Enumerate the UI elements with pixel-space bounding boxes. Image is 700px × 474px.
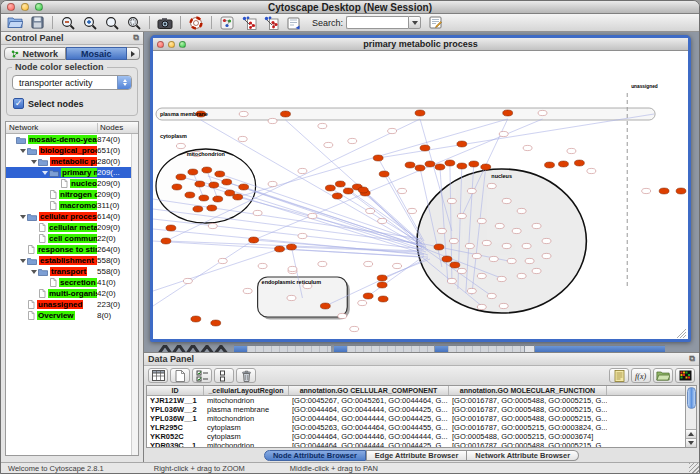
- unselect-attributes-button[interactable]: [214, 368, 234, 383]
- background-window-fragment[interactable]: [247, 345, 331, 352]
- network-node[interactable]: [363, 293, 373, 299]
- network-node-outline[interactable]: [208, 223, 217, 228]
- scroll-down-button[interactable]: [686, 438, 697, 447]
- background-window-fragment[interactable]: [158, 345, 230, 352]
- network-node-outline[interactable]: [487, 293, 496, 298]
- network-node-outline[interactable]: [253, 210, 262, 215]
- network-node[interactable]: [558, 161, 568, 167]
- background-window-fragment[interactable]: [234, 345, 247, 352]
- column-header[interactable]: annotation.GO CELLULAR_COMPONENT: [289, 386, 449, 395]
- zoom-in-button[interactable]: [79, 15, 101, 31]
- network-node[interactable]: [213, 196, 223, 202]
- network-edge[interactable]: [368, 256, 424, 296]
- expander-icon[interactable]: [30, 160, 38, 164]
- network-node[interactable]: [161, 238, 171, 244]
- tree-row[interactable]: Overview8(0): [6, 310, 131, 321]
- node-color-dropdown[interactable]: transporter activity: [12, 75, 132, 90]
- network-node-outline[interactable]: [258, 263, 267, 268]
- network-node-outline[interactable]: [489, 256, 498, 261]
- network-node-outline[interactable]: [495, 223, 504, 228]
- tab-mosaic[interactable]: Mosaic: [66, 47, 128, 60]
- network-window-titlebar[interactable]: primary metabolic process: [153, 38, 688, 51]
- network-node[interactable]: [176, 174, 186, 180]
- new-attribute-button[interactable]: [170, 368, 190, 383]
- network-node-outline[interactable]: [239, 111, 248, 116]
- network-edge[interactable]: [378, 114, 654, 158]
- tree-row[interactable]: response to stimulu264(0): [6, 244, 131, 255]
- network-node[interactable]: [215, 171, 225, 177]
- network-node[interactable]: [325, 185, 335, 191]
- network-node-outline[interactable]: [218, 258, 227, 263]
- background-window-fragment[interactable]: [334, 345, 347, 352]
- tree-row[interactable]: cellular metabo209(0): [6, 222, 131, 233]
- tree-row[interactable]: metabolic process280(0): [6, 156, 131, 167]
- tab-network[interactable]: Network: [4, 47, 66, 60]
- table-row[interactable]: YPL036W__1mitochondrion[GO:0044464, GO:0…: [147, 414, 685, 423]
- network-node-outline[interactable]: [642, 188, 651, 193]
- network-node-outline[interactable]: [378, 218, 387, 223]
- network-node-outline[interactable]: [502, 198, 511, 203]
- network-node-outline[interactable]: [477, 218, 486, 223]
- network-node[interactable]: [415, 110, 425, 116]
- network-node[interactable]: [281, 111, 291, 117]
- network-node-outline[interactable]: [517, 208, 526, 213]
- network-node-outline[interactable]: [288, 266, 297, 271]
- tree-row[interactable]: unassigned223(0): [6, 299, 131, 310]
- network-node-outline[interactable]: [457, 268, 466, 273]
- network-node[interactable]: [335, 181, 345, 187]
- float-panel-icon[interactable]: ⧉: [689, 355, 695, 363]
- network-node-outline[interactable]: [287, 295, 296, 300]
- network-node[interactable]: [207, 205, 217, 211]
- column-header[interactable]: _cellularLayoutRegion: [204, 386, 289, 395]
- zoom-fit-button[interactable]: [123, 15, 145, 31]
- network-node-outline[interactable]: [499, 131, 508, 136]
- network-node[interactable]: [166, 225, 176, 231]
- network-node[interactable]: [202, 167, 212, 173]
- network-node[interactable]: [191, 316, 201, 322]
- network-node-outline[interactable]: [358, 300, 367, 305]
- scroll-up-button[interactable]: [686, 429, 697, 438]
- network-node[interactable]: [469, 161, 479, 167]
- network-node-outline[interactable]: [366, 208, 375, 213]
- tree-scrollbar[interactable]: [131, 134, 138, 455]
- network-node-outline[interactable]: [437, 228, 446, 233]
- network-node[interactable]: [503, 110, 513, 116]
- network-node-outline[interactable]: [318, 261, 327, 266]
- tree-row[interactable]: multi-organism pro42(0): [6, 288, 131, 299]
- network-node[interactable]: [373, 155, 383, 161]
- network-node-outline[interactable]: [512, 228, 521, 233]
- column-header[interactable]: annotation.GO MOLECULAR_FUNCTION: [449, 386, 607, 395]
- network-node-outline[interactable]: [467, 288, 476, 293]
- network-node[interactable]: [457, 163, 467, 169]
- expander-icon[interactable]: [30, 270, 38, 274]
- tree-row[interactable]: biological_process651(0): [6, 145, 131, 156]
- table-row[interactable]: YLR295Ccytoplasm[GO:0045263, GO:0044464,…: [147, 423, 685, 432]
- network-node-outline[interactable]: [238, 136, 247, 141]
- network-node-outline[interactable]: [324, 142, 333, 147]
- color-mapper-button[interactable]: [216, 15, 238, 31]
- table-row[interactable]: YDR039C__1mitochondrion[GO:0044464, GO:0…: [147, 441, 685, 447]
- float-panel-icon[interactable]: ⧉: [133, 34, 139, 42]
- network-view-b-button[interactable]: [260, 15, 282, 31]
- network-node-outline[interactable]: [393, 263, 402, 268]
- network-node-outline[interactable]: [364, 261, 373, 266]
- background-window-fragment[interactable]: [535, 345, 665, 352]
- table-grid-button[interactable]: [148, 368, 168, 383]
- network-node-outline[interactable]: [477, 304, 486, 309]
- network-node-outline[interactable]: [522, 243, 531, 248]
- network-node-outline[interactable]: [567, 148, 576, 153]
- network-node-outline[interactable]: [499, 303, 508, 308]
- network-node-outline[interactable]: [408, 208, 417, 213]
- network-node-outline[interactable]: [542, 238, 551, 243]
- network-node[interactable]: [193, 206, 203, 212]
- network-node[interactable]: [209, 182, 219, 188]
- select-attributes-button[interactable]: [192, 368, 212, 383]
- snapshot-button[interactable]: [154, 15, 176, 31]
- table-row[interactable]: YKR052Ccytoplasm[GO:0044464, GO:0044446,…: [147, 432, 685, 441]
- zoom-out-button[interactable]: [57, 15, 79, 31]
- network-node-outline[interactable]: [449, 238, 458, 243]
- network-node[interactable]: [379, 171, 389, 177]
- network-node[interactable]: [445, 160, 455, 166]
- tab-node-attribute-browser[interactable]: Node Attribute Browser: [264, 450, 366, 461]
- network-node-outline[interactable]: [525, 258, 534, 263]
